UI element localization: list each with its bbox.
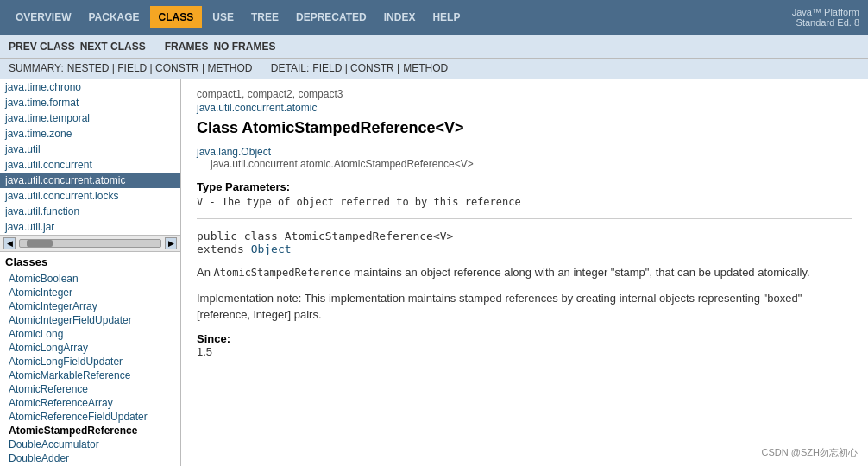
breadcrumb-package: java.util.concurrent.atomic: [197, 102, 852, 114]
class-atomic-long[interactable]: AtomicLong: [0, 327, 180, 341]
nav-links: OVERVIEW PACKAGE CLASS USE TREE DEPRECAT…: [9, 6, 467, 28]
classes-section-title: Classes: [0, 252, 180, 272]
pkg-java-util[interactable]: java.util: [0, 142, 180, 157]
class-atomic-reference-array[interactable]: AtomicReferenceArray: [0, 396, 180, 410]
nav-deprecated[interactable]: DEPRECATED: [289, 8, 374, 27]
class-list: AtomicBoolean AtomicInteger AtomicIntege…: [0, 272, 180, 466]
second-navigation: PREV CLASS NEXT CLASS FRAMES NO FRAMES: [0, 35, 868, 59]
nav-index[interactable]: INDEX: [377, 8, 423, 27]
implementation-note: Implementation note: This implementation…: [197, 290, 852, 324]
pkg-java-util-concurrent[interactable]: java.util.concurrent: [0, 157, 180, 173]
pkg-java-util-concurrent-locks[interactable]: java.util.concurrent.locks: [0, 188, 180, 204]
pkg-java-time-zone[interactable]: java.time.zone: [0, 126, 180, 142]
main-content: compact1, compact2, compact3 java.util.c…: [181, 79, 868, 466]
horizontal-scrollbar[interactable]: ◀ ▶: [0, 236, 180, 252]
class-title: Class AtomicStampedReference<V>: [197, 119, 852, 137]
class-atomic-reference[interactable]: AtomicReference: [0, 382, 180, 396]
class-double-adder[interactable]: DoubleAdder: [0, 451, 180, 465]
detail-items: FIELD | CONSTR |: [312, 62, 399, 74]
class-atomic-integer[interactable]: AtomicInteger: [0, 286, 180, 299]
package-list: java.time.chrono java.time.format java.t…: [0, 79, 180, 236]
watermark: CSDN @SZH勿忘初心: [762, 446, 858, 459]
platform-info: Java™ Platform Standard Ed. 8: [792, 7, 859, 28]
type-parameters: Type Parameters: V - The type of object …: [197, 180, 852, 208]
scrollbar-thumb[interactable]: [27, 240, 53, 247]
class-atomic-reference-field-updater[interactable]: AtomicReferenceFieldUpdater: [0, 410, 180, 424]
type-params-label: Type Parameters:: [197, 180, 852, 193]
class-description: An AtomicStampedReference maintains an o…: [197, 264, 852, 281]
scroll-left-btn[interactable]: ◀: [3, 237, 16, 249]
nav-help[interactable]: HELP: [425, 8, 467, 27]
pkg-java-time-format[interactable]: java.time.format: [0, 95, 180, 110]
pkg-java-time-temporal[interactable]: java.time.temporal: [0, 110, 180, 126]
separator1: [151, 41, 160, 53]
class-atomic-markable-reference[interactable]: AtomicMarkableReference: [0, 368, 180, 382]
summary-items: NESTED | FIELD | CONSTR | METHOD: [67, 62, 253, 74]
desc-text: An AtomicStampedReference maintains an o…: [197, 266, 810, 279]
prev-class-link[interactable]: PREV CLASS: [9, 41, 75, 53]
pkg-java-util-function[interactable]: java.util.function: [0, 204, 180, 219]
since-label: Since:: [197, 332, 230, 345]
third-navigation: SUMMARY: NESTED | FIELD | CONSTR | METHO…: [0, 59, 868, 79]
nav-use[interactable]: USE: [205, 8, 241, 27]
main-area: java.time.chrono java.time.format java.t…: [0, 79, 868, 466]
class-atomic-integer-field-updater[interactable]: AtomicIntegerFieldUpdater: [0, 313, 180, 327]
frames-link[interactable]: FRAMES: [165, 41, 209, 53]
child-class: java.util.concurrent.atomic.AtomicStampe…: [211, 158, 852, 170]
spacer: [256, 62, 267, 74]
type-params-value: V - The type of object referred to by th…: [197, 196, 852, 208]
nav-overview[interactable]: OVERVIEW: [9, 8, 78, 27]
object-class-link[interactable]: Object: [251, 242, 292, 255]
divider: [197, 218, 852, 219]
class-atomic-boolean[interactable]: AtomicBoolean: [0, 272, 180, 286]
inheritance-hierarchy: java.lang.Object java.util.concurrent.at…: [197, 146, 852, 170]
code-public-class: public class AtomicStampedReference<V>: [197, 230, 453, 242]
summary-label: SUMMARY:: [9, 62, 64, 74]
since-value: 1.5: [197, 345, 212, 358]
nav-package[interactable]: PACKAGE: [81, 8, 146, 27]
top-navigation: OVERVIEW PACKAGE CLASS USE TREE DEPRECAT…: [0, 0, 868, 35]
class-atomic-integer-array[interactable]: AtomicIntegerArray: [0, 299, 180, 313]
nav-class[interactable]: CLASS: [150, 6, 203, 28]
detail-label: DETAIL:: [271, 62, 309, 74]
parent-class-link[interactable]: java.lang.Object: [197, 146, 271, 158]
code-extends: extends: [197, 242, 244, 255]
pkg-java-util-concurrent-atomic[interactable]: java.util.concurrent.atomic: [0, 173, 180, 188]
next-class-link[interactable]: NEXT CLASS: [80, 41, 146, 53]
class-double-accumulator[interactable]: DoubleAccumulator: [0, 438, 180, 451]
nav-tree[interactable]: TREE: [244, 8, 286, 27]
scroll-right-btn[interactable]: ▶: [165, 237, 177, 249]
pkg-java-util-jar[interactable]: java.util.jar: [0, 219, 180, 235]
detail-items2: METHOD: [403, 62, 448, 74]
class-atomic-long-array[interactable]: AtomicLongArray: [0, 341, 180, 355]
no-frames-link[interactable]: NO FRAMES: [213, 41, 275, 53]
sidebar: java.time.chrono java.time.format java.t…: [0, 79, 181, 466]
class-declaration: public class AtomicStampedReference<V> e…: [197, 230, 852, 255]
breadcrumb-compact: compact1, compact2, compact3: [197, 88, 852, 100]
scrollbar-track[interactable]: [19, 239, 161, 248]
since-section: Since: 1.5: [197, 332, 852, 358]
class-atomic-stamped-reference[interactable]: AtomicStampedReference: [0, 424, 180, 438]
pkg-java-time-chrono[interactable]: java.time.chrono: [0, 79, 180, 95]
class-atomic-long-field-updater[interactable]: AtomicLongFieldUpdater: [0, 355, 180, 368]
